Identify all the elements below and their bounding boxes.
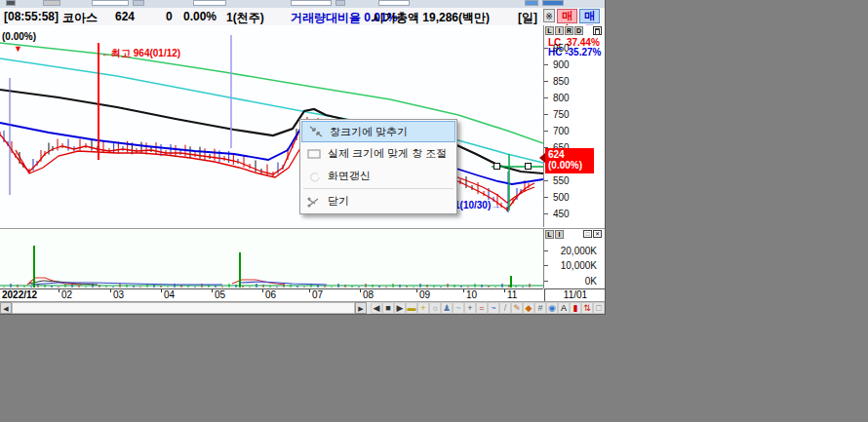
text-tool-icon[interactable]: A (558, 302, 570, 314)
price-tick-label: 550 (553, 176, 570, 186)
scale-tool-l[interactable]: L (545, 26, 554, 35)
toolbar-fragment (193, 0, 226, 6)
toolbar-fragment (542, 0, 564, 6)
scale-tool-buttons: LI (545, 230, 564, 239)
menu-item[interactable]: 화면갱신 (300, 165, 456, 187)
down-arrow-marker-icon: ▼ (14, 44, 22, 54)
user-tool-icon[interactable]: ♟ (441, 302, 453, 314)
stock-price: 624 (115, 10, 135, 23)
current-price-badge: 624 (0.00%) (545, 148, 594, 173)
axis-last-label: 11/01 (544, 288, 606, 301)
crosshair-icon[interactable]: + (464, 302, 476, 314)
fit-window-icon (302, 125, 330, 138)
volume-pane[interactable] (0, 229, 544, 288)
menu-item[interactable]: 닫기 (300, 190, 456, 212)
trendline-dashed-icon[interactable]: ~ (453, 302, 464, 314)
axis-tick-mark (544, 48, 548, 49)
badge-pct: (0.00%) (548, 160, 591, 171)
menu-item-label: 실제 크기에 맞게 창 조절 (328, 146, 447, 161)
add-tool-icon[interactable]: + (417, 302, 429, 314)
zoom-icon[interactable]: ◉ (546, 302, 558, 314)
context-menu: 창크기에 맞추기실제 크기에 맞게 창 조절화면갱신닫기 (299, 119, 457, 214)
select-region-icon[interactable]: □ (593, 302, 605, 314)
stop-icon[interactable]: ■ (382, 302, 394, 314)
price-chart-canvas (0, 25, 543, 229)
scale-tool-l[interactable]: L (545, 230, 554, 239)
settings-gear-icon[interactable]: ☼ (429, 302, 441, 314)
scale-tool-i[interactable]: I (555, 230, 564, 239)
scale-tool-d[interactable]: D (574, 26, 583, 35)
high-annotation: ←최고 964(01/12) (101, 49, 180, 58)
chart-window: [08:55:58] 코아스 624 0 0.00% 1(천주) 거래량대비율 … (0, 0, 606, 315)
refresh-icon (300, 170, 328, 183)
price-tick-label: 450 (553, 210, 570, 219)
eraser-icon[interactable]: ◆ (523, 302, 534, 314)
scrollbar-left-arrow[interactable]: ◀ (0, 302, 12, 314)
axis-tick-mark (544, 81, 548, 82)
menu-item-label: 닫기 (328, 194, 349, 209)
pencil-icon[interactable]: ✎ (511, 302, 523, 314)
bar-tool-icon[interactable]: ▮ (570, 302, 581, 314)
draw-line-icon[interactable]: / (499, 302, 511, 314)
axis-tick-mark (110, 289, 111, 292)
scroll-left-icon[interactable]: ◀ (371, 302, 382, 314)
price-tick-label: 800 (553, 94, 570, 103)
scale-tool-buttons: LIRD (545, 26, 583, 35)
market-cap: 시가총액 19,286(백만) (373, 10, 490, 26)
stock-name: 코아스 (62, 10, 98, 26)
toolbar-fragment (133, 0, 144, 6)
low-annotation: 1(10/30)→ (454, 201, 500, 211)
pane-minimize-icon[interactable]: □ (583, 230, 592, 238)
minus-tool-icon[interactable]: ▬ (406, 302, 417, 314)
axis-tick-mark (544, 64, 548, 65)
pane-close-icon[interactable]: ✕ (593, 230, 602, 238)
scrollbar-track[interactable] (12, 302, 355, 314)
quote-time: [08:55:58] (4, 10, 59, 23)
menu-item[interactable]: 실제 크기에 맞게 창 조절 (300, 142, 456, 165)
wave-icon[interactable]: ~ (488, 302, 499, 314)
buy-button[interactable]: 매수 (557, 9, 577, 23)
bottom-toolbar: ◀ ▶ ◀■▶▬+☼♟~+=~/✎◆#◉A▮⇅□ (0, 301, 605, 315)
price-change-pct: 0.00% (183, 10, 217, 23)
updown-arrows-icon[interactable]: ⇅ (581, 302, 593, 314)
time-tick-label: 07 (312, 290, 323, 300)
indicator-icon[interactable]: = (476, 302, 488, 314)
price-tick-label: 950 (553, 44, 570, 54)
menu-item[interactable]: 창크기에 맞추기 (301, 121, 455, 142)
toolbar-fragment (92, 0, 129, 6)
axis-tick-mark (463, 289, 464, 292)
axis-tick-mark (544, 131, 548, 132)
axis-tick-mark (544, 265, 548, 266)
axis-tick-mark (360, 289, 361, 292)
scroll-right-icon[interactable]: ▶ (394, 302, 406, 314)
sell-button[interactable]: 매도 (579, 9, 600, 23)
restore-window-icon[interactable] (593, 26, 602, 35)
price-chart-plot[interactable]: (0.00%) ▼ ←최고 964(01/12) 1(10/30)→ (0, 25, 544, 229)
scrollbar-right-arrow[interactable]: ▶ (355, 302, 367, 314)
scale-tool-i[interactable]: I (555, 26, 564, 35)
time-tick-label: 06 (265, 290, 276, 300)
chart-settings-button[interactable]: ※ (543, 9, 555, 22)
price-line-handle[interactable] (493, 163, 500, 170)
price-line-handle[interactable] (525, 163, 532, 170)
axis-tick-mark (212, 289, 213, 292)
grid-icon[interactable]: # (534, 302, 546, 314)
axis-tick-mark (544, 97, 548, 98)
period-label: [일] (518, 10, 537, 26)
price-tick-label: 900 (553, 60, 570, 70)
price-tick-label: 700 (553, 127, 570, 136)
disconnect-icon (300, 195, 328, 209)
menu-item-label: 화면갱신 (328, 169, 371, 183)
scale-tool-r[interactable]: R (565, 26, 573, 35)
time-tick-label: 10 (466, 290, 477, 300)
toolbar-fragment (43, 0, 60, 6)
price-axis-panel: LIRD LC 37.44% HC -35.27% 95090085080075… (544, 25, 605, 229)
change-pct-annotation: (0.00%) (2, 32, 36, 42)
menu-separator (303, 188, 454, 189)
axis-tick-mark (161, 289, 162, 292)
volume-axis-panel: LI □ ✕ 20,000K10,000K0K (544, 229, 605, 288)
price-tick-label: 500 (553, 193, 570, 203)
desktop-background: { "quote_bar": { "time": "[08:55:58]", "… (0, 0, 868, 422)
time-tick-label: 09 (419, 290, 430, 300)
toolbar-fragment (6, 0, 16, 6)
